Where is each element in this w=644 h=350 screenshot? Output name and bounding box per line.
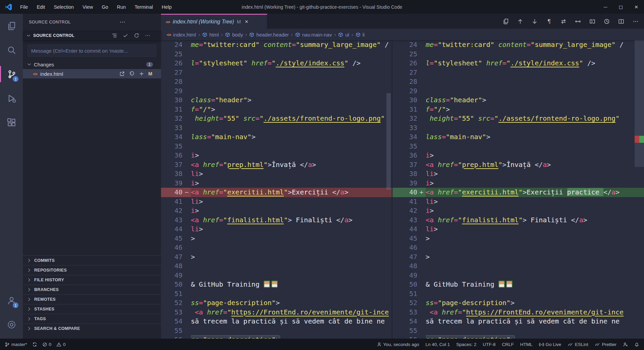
status-item-html[interactable]: HTML bbox=[520, 342, 533, 347]
code-line-original-25[interactable]: 25 bbox=[161, 50, 392, 59]
breadcrumb-item-body[interactable]: body bbox=[225, 32, 243, 38]
breadcrumb-item-nav-main-nav[interactable]: nav.main-nav bbox=[295, 32, 332, 38]
status-item-prettier[interactable]: ✓✓Prettier bbox=[595, 342, 616, 347]
code-line-modified-26[interactable]: 26l="stylesheet" href="./style/index.css… bbox=[392, 59, 644, 68]
menu-edit[interactable]: Edit bbox=[32, 0, 49, 14]
code-line-modified-32[interactable]: 32 height="55" src="./assets/frontend-ro… bbox=[392, 114, 644, 123]
activity-item-search[interactable] bbox=[0, 38, 23, 62]
code-line-modified-25[interactable]: 25 bbox=[392, 50, 644, 59]
code-line-modified-31[interactable]: 31f="/"> bbox=[392, 105, 644, 114]
status-item-you-seconds-ago[interactable]: You, seconds ago bbox=[377, 342, 419, 347]
activity-item-accounts[interactable]: 1 bbox=[0, 288, 23, 312]
more-icon[interactable] bbox=[145, 33, 150, 38]
timeline-icon[interactable] bbox=[604, 18, 610, 24]
overview-scrollbar-thumb[interactable] bbox=[635, 40, 644, 167]
scm-section-header[interactable]: SOURCE CONTROL bbox=[23, 31, 161, 41]
code-line-original-31[interactable]: 31f="/"> bbox=[161, 105, 392, 114]
minimize-button[interactable]: ─ bbox=[598, 0, 613, 14]
commit-check-icon[interactable] bbox=[123, 33, 128, 38]
code-line-modified-50[interactable]: 50& GitHub Training 👩‍💻👩‍💻 bbox=[392, 280, 644, 289]
code-line-modified-35[interactable]: 35 bbox=[392, 142, 644, 151]
code-line-original-56[interactable]: 56ss="page-description"> bbox=[161, 335, 392, 339]
discard-icon[interactable] bbox=[129, 71, 135, 76]
code-line-original-24[interactable]: 24me="twitter:card" content="summary_lar… bbox=[161, 40, 392, 50]
code-line-modified-41[interactable]: 41li> bbox=[392, 197, 644, 207]
sidebar-section-branches[interactable]: BRANCHES bbox=[23, 285, 161, 294]
status-item-eslint[interactable]: ✓✓ESLint bbox=[568, 342, 588, 347]
status-item-spaces-2[interactable]: Spaces: 2 bbox=[456, 342, 476, 347]
activity-item-explorer[interactable] bbox=[0, 14, 23, 38]
scrollbar-thumb[interactable] bbox=[386, 93, 391, 190]
code-line-original-45[interactable]: 45> bbox=[161, 234, 392, 243]
maximize-button[interactable]: ◻ bbox=[613, 0, 629, 14]
code-line-original-34[interactable]: 34lass="main-nav"> bbox=[161, 132, 392, 142]
code-line-modified-46[interactable]: 46 bbox=[392, 243, 644, 252]
close-button[interactable]: × bbox=[629, 0, 644, 14]
code-line-modified-53[interactable]: 53 <a href="https://FrontEnd.ro/evenimen… bbox=[392, 308, 644, 317]
code-line-original-27[interactable]: 27 bbox=[161, 68, 392, 77]
code-line-modified-27[interactable]: 27 bbox=[392, 68, 644, 77]
render-whitespace-icon[interactable]: ¶ bbox=[546, 18, 552, 24]
status-item-crlf[interactable]: CRLF bbox=[502, 342, 514, 347]
status-item-ln-40-col-1[interactable]: Ln 40, Col 1 bbox=[425, 342, 450, 347]
status-item-0[interactable]: 0 bbox=[42, 342, 52, 347]
code-line-modified-55[interactable]: 55 bbox=[392, 326, 644, 336]
more-actions-icon[interactable] bbox=[119, 19, 125, 25]
menu-help[interactable]: Help bbox=[157, 0, 176, 14]
code-line-modified-40[interactable]: 40+<a href="exercitii.html">Exerciții pr… bbox=[392, 188, 644, 197]
code-line-original-51[interactable]: 51 bbox=[161, 289, 392, 299]
breadcrumb-item-index-html[interactable]: <>index.html bbox=[167, 32, 196, 38]
code-line-original-53[interactable]: 53 <a href="https://FrontEnd.ro/evenimen… bbox=[161, 308, 392, 317]
code-line-original-50[interactable]: 50& GitHub Training 👩‍💻👩‍💻 bbox=[161, 280, 392, 289]
code-line-original-29[interactable]: 29 bbox=[161, 86, 392, 96]
code-line-modified-54[interactable]: 54să trecem la practică și să vedem cât … bbox=[392, 317, 644, 326]
code-line-original-26[interactable]: 26l="stylesheet" href="./style/index.css… bbox=[161, 59, 392, 68]
code-line-modified-30[interactable]: 30class="header"> bbox=[392, 96, 644, 105]
code-line-original-41[interactable]: 41li> bbox=[161, 197, 392, 207]
changes-header[interactable]: Changes 1 bbox=[23, 60, 161, 69]
code-line-original-35[interactable]: 35 bbox=[161, 142, 392, 151]
code-line-original-28[interactable]: 28 bbox=[161, 77, 392, 86]
toggle-inline-view-icon[interactable] bbox=[575, 18, 581, 24]
code-line-modified-39[interactable]: 39i> bbox=[392, 179, 644, 188]
split-editor-icon[interactable] bbox=[618, 18, 624, 24]
menu-view[interactable]: View bbox=[78, 0, 97, 14]
refresh-icon[interactable] bbox=[134, 33, 139, 38]
code-line-modified-28[interactable]: 28 bbox=[392, 77, 644, 86]
code-line-modified-44[interactable]: 44li> bbox=[392, 225, 644, 234]
code-line-original-42[interactable]: 42i> bbox=[161, 206, 392, 216]
swap-sides-icon[interactable] bbox=[560, 18, 567, 24]
breadcrumb-item-li[interactable]: li bbox=[356, 32, 365, 38]
menu-file[interactable]: File bbox=[16, 0, 32, 14]
sidebar-section-search-compare[interactable]: SEARCH & COMPARE bbox=[23, 324, 161, 333]
code-line-modified-29[interactable]: 29 bbox=[392, 86, 644, 96]
status-item-bell[interactable] bbox=[634, 342, 639, 347]
view-as-tree-icon[interactable] bbox=[112, 33, 117, 38]
code-line-original-39[interactable]: 39i> bbox=[161, 179, 392, 188]
code-line-original-49[interactable]: 49 bbox=[161, 271, 392, 280]
code-line-modified-51[interactable]: 51 bbox=[392, 289, 644, 299]
tab-index-html-working-tree[interactable]: <> index.html (Working Tree) M × bbox=[161, 14, 267, 29]
code-line-modified-42[interactable]: 42i> bbox=[392, 206, 644, 216]
code-line-original-47[interactable]: 47> bbox=[161, 252, 392, 262]
menu-selection[interactable]: Selection bbox=[49, 0, 78, 14]
code-line-modified-38[interactable]: 38li> bbox=[392, 169, 644, 179]
code-line-original-52[interactable]: 52ss="page-description"> bbox=[161, 298, 392, 308]
code-line-original-37[interactable]: 37<a href="prep.html">Învață </a> bbox=[161, 160, 392, 170]
code-line-original-55[interactable]: 55 bbox=[161, 326, 392, 336]
code-line-modified-45[interactable]: 45> bbox=[392, 234, 644, 243]
code-line-modified-36[interactable]: 36i> bbox=[392, 151, 644, 160]
menu-go[interactable]: Go bbox=[97, 0, 112, 14]
activity-item-extensions[interactable] bbox=[0, 110, 23, 134]
code-line-modified-52[interactable]: 52ss="page-description"> bbox=[392, 298, 644, 308]
code-line-modified-47[interactable]: 47> bbox=[392, 252, 644, 262]
code-line-modified-37[interactable]: 37<a href="prep.html">Învață </a> bbox=[392, 160, 644, 170]
status-item-feedback[interactable] bbox=[623, 342, 628, 347]
code-line-original-32[interactable]: 32 height="55" src="./assets/frontend-ro… bbox=[161, 114, 392, 123]
sidebar-section-file-history[interactable]: FILE HISTORY bbox=[23, 275, 161, 285]
status-item-master-[interactable]: master* bbox=[5, 342, 27, 347]
breadcrumb-item-ul[interactable]: ul bbox=[338, 32, 349, 38]
open-file-icon[interactable] bbox=[119, 71, 125, 76]
menu-terminal[interactable]: Terminal bbox=[130, 0, 157, 14]
code-line-original-40[interactable]: 40−<a href="exercitii.html">Exerciții </… bbox=[161, 188, 392, 197]
